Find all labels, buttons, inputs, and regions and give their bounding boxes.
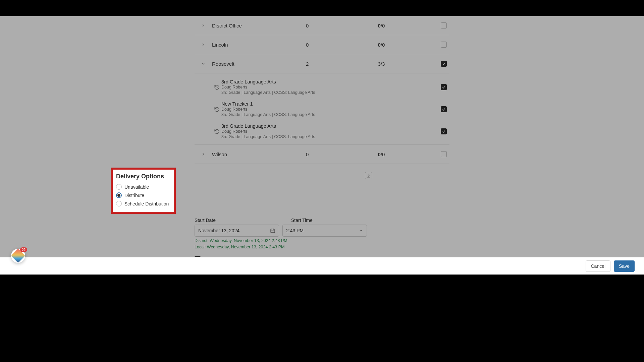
tracker-meta: 3rd Grade | Language Arts | CCSS: Langua… (221, 90, 420, 95)
ratio-a: 0 (378, 42, 381, 48)
tracker-teacher: Doug Roberts (221, 85, 420, 90)
expand-toggle[interactable] (195, 61, 212, 66)
school-checkbox[interactable] (441, 22, 447, 28)
school-ratio: 0/0 (343, 42, 420, 48)
school-count: 0 (306, 23, 343, 28)
ratio-a: 0 (378, 23, 381, 28)
tracker-row[interactable]: New Tracker 1 Doug Roberts 3rd Grade | L… (195, 98, 449, 120)
footer-bar: Cancel Save (0, 257, 644, 275)
ratio-a: 0 (378, 152, 381, 157)
tracker-info: New Tracker 1 Doug Roberts 3rd Grade | L… (221, 101, 420, 117)
tracker-info: 3rd Grade Language Arts Doug Roberts 3rd… (221, 79, 420, 95)
expand-toggle[interactable] (195, 152, 212, 157)
chevron-right-icon (201, 42, 206, 47)
school-ratio: 3/3 (343, 61, 420, 67)
ratio-a: 3 (378, 61, 381, 67)
radio-unavailable[interactable] (116, 184, 122, 190)
cancel-button[interactable]: Cancel (586, 260, 610, 272)
school-row-lincoln[interactable]: Lincoln 0 0/0 (195, 35, 449, 54)
radio-distribute[interactable] (116, 192, 122, 198)
tracker-title: 3rd Grade Language Arts (221, 123, 420, 129)
chevron-right-icon (201, 152, 206, 157)
main-content: District Office 0 0/0 Lincoln 0 0/0 Roos… (195, 16, 449, 262)
help-widget[interactable]: 22 (11, 249, 25, 263)
school-checkbox[interactable] (441, 42, 447, 48)
district-time-hint: District: Wednesday, November 13, 2024 2… (195, 238, 449, 243)
tracker-meta: 3rd Grade | Language Arts | CCSS: Langua… (221, 112, 420, 117)
calendar-icon (270, 228, 275, 233)
delivery-options-panel: Delivery Options Unavailable Distribute … (111, 168, 176, 214)
school-count: 2 (306, 61, 343, 67)
delivery-option-unavailable[interactable]: Unavailable (116, 183, 170, 191)
start-date-value: November 13, 2024 (198, 228, 239, 233)
tracker-title: New Tracker 1 (221, 101, 420, 107)
school-count: 0 (306, 152, 343, 157)
save-button[interactable]: Save (614, 260, 635, 272)
delivery-option-schedule[interactable]: Schedule Distribution (116, 199, 170, 208)
start-time-select[interactable]: 2:43 PM (282, 225, 367, 237)
school-row-wilson[interactable]: Wilson 0 0/0 (195, 145, 449, 164)
tracker-list: 3rd Grade Language Arts Doug Roberts 3rd… (195, 73, 449, 145)
expand-toggle[interactable] (195, 42, 212, 47)
tracker-teacher: Doug Roberts (221, 107, 420, 112)
school-ratio: 0/0 (343, 23, 420, 28)
schedule-form: Start Date Start Time November 13, 2024 … (195, 164, 449, 262)
history-icon (212, 129, 221, 134)
tracker-checkbox[interactable] (441, 84, 447, 90)
letterbox-top (0, 0, 644, 16)
radio-schedule[interactable] (116, 201, 122, 206)
school-row-roosevelt[interactable]: Roosevelt 2 3/3 (195, 54, 449, 73)
ratio-b: /3 (381, 61, 385, 67)
start-date-input[interactable]: November 13, 2024 (195, 225, 279, 237)
chevron-right-icon (201, 23, 206, 28)
radio-label: Distribute (124, 193, 144, 198)
radio-label: Unavailable (124, 184, 149, 190)
expand-toggle[interactable] (195, 23, 212, 28)
chevron-down-icon (359, 228, 363, 233)
start-time-label: Start Time (291, 218, 376, 223)
svg-rect-0 (271, 229, 275, 233)
school-checkbox[interactable] (441, 151, 447, 157)
ratio-b: /0 (381, 23, 385, 28)
ratio-b: /0 (381, 152, 385, 157)
history-icon (212, 107, 221, 112)
tracker-meta: 3rd Grade | Language Arts | CCSS: Langua… (221, 134, 420, 139)
school-name: Lincoln (212, 42, 306, 48)
local-time-hint: Local: Wednesday, November 13, 2024 2:43… (195, 245, 449, 249)
tracker-title: 3rd Grade Language Arts (221, 79, 420, 84)
history-icon (212, 84, 221, 90)
school-ratio: 0/0 (343, 152, 420, 157)
school-name: Wilson (212, 152, 306, 157)
tracker-teacher: Doug Roberts (221, 129, 420, 134)
school-count: 0 (306, 42, 343, 48)
letterbox-bottom (0, 275, 644, 362)
tracker-row[interactable]: 3rd Grade Language Arts Doug Roberts 3rd… (195, 76, 449, 98)
delivery-options-title: Delivery Options (116, 173, 170, 180)
export-button[interactable] (365, 172, 372, 179)
help-widget-badge: 22 (20, 247, 27, 252)
start-date-label: Start Date (195, 218, 279, 223)
radio-label: Schedule Distribution (124, 201, 169, 206)
chevron-down-icon (201, 61, 206, 66)
school-name: Roosevelt (212, 61, 306, 67)
tracker-checkbox[interactable] (441, 106, 447, 112)
tracker-row[interactable]: 3rd Grade Language Arts Doug Roberts 3rd… (195, 120, 449, 142)
start-time-value: 2:43 PM (286, 228, 304, 233)
app-viewport: District Office 0 0/0 Lincoln 0 0/0 Roos… (0, 16, 644, 275)
school-name: District Office (212, 23, 306, 28)
school-checkbox[interactable] (441, 61, 447, 67)
download-icon (367, 174, 371, 178)
delivery-option-distribute[interactable]: Distribute (116, 191, 170, 199)
ratio-b: /0 (381, 42, 385, 48)
tracker-info: 3rd Grade Language Arts Doug Roberts 3rd… (221, 123, 420, 139)
tracker-checkbox[interactable] (441, 128, 447, 134)
school-row-district-office[interactable]: District Office 0 0/0 (195, 16, 449, 35)
